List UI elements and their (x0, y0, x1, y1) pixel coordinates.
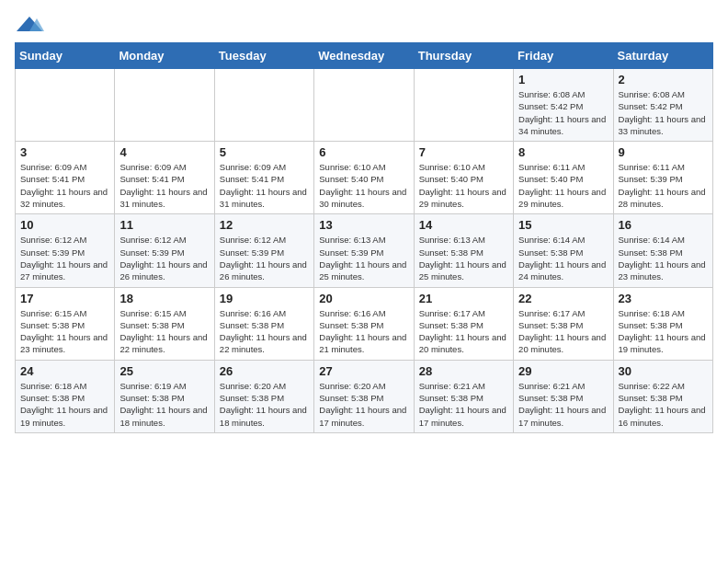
calendar-week-row: 17Sunrise: 6:15 AM Sunset: 5:38 PM Dayli… (16, 287, 713, 360)
day-info: Sunrise: 6:08 AM Sunset: 5:42 PM Dayligh… (518, 88, 608, 137)
day-number: 5 (220, 145, 309, 159)
day-header-monday: Monday (115, 43, 214, 69)
logo (15, 15, 46, 35)
calendar-cell: 12Sunrise: 6:12 AM Sunset: 5:39 PM Dayli… (214, 214, 313, 287)
day-header-saturday: Saturday (613, 43, 712, 69)
day-number: 18 (119, 292, 209, 305)
day-info: Sunrise: 6:12 AM Sunset: 5:39 PM Dayligh… (20, 234, 109, 282)
day-number: 6 (319, 145, 408, 159)
day-info: Sunrise: 6:20 AM Sunset: 5:38 PM Dayligh… (220, 380, 309, 429)
day-info: Sunrise: 6:11 AM Sunset: 5:40 PM Dayligh… (518, 161, 608, 210)
day-info: Sunrise: 6:18 AM Sunset: 5:38 PM Dayligh… (619, 307, 708, 356)
logo-icon (15, 15, 44, 35)
calendar-cell: 30Sunrise: 6:22 AM Sunset: 5:38 PM Dayli… (613, 360, 712, 432)
day-info: Sunrise: 6:20 AM Sunset: 5:38 PM Dayligh… (319, 380, 408, 429)
calendar-cell: 6Sunrise: 6:10 AM Sunset: 5:40 PM Daylig… (314, 142, 414, 214)
day-number: 3 (20, 145, 109, 159)
day-number: 26 (220, 364, 309, 378)
day-number: 28 (419, 364, 508, 378)
calendar-week-row: 24Sunrise: 6:18 AM Sunset: 5:38 PM Dayli… (16, 360, 713, 432)
day-info: Sunrise: 6:19 AM Sunset: 5:38 PM Dayligh… (119, 380, 209, 429)
day-number: 25 (119, 364, 209, 378)
day-number: 14 (419, 218, 508, 232)
calendar-cell: 17Sunrise: 6:15 AM Sunset: 5:38 PM Dayli… (16, 287, 115, 360)
day-header-friday: Friday (514, 43, 613, 69)
day-number: 13 (319, 218, 408, 232)
day-number: 19 (220, 292, 309, 305)
day-number: 7 (419, 145, 508, 159)
day-info: Sunrise: 6:17 AM Sunset: 5:38 PM Dayligh… (419, 307, 508, 356)
day-info: Sunrise: 6:13 AM Sunset: 5:39 PM Dayligh… (319, 234, 408, 282)
day-header-sunday: Sunday (16, 43, 115, 69)
calendar-header-row: SundayMondayTuesdayWednesdayThursdayFrid… (16, 43, 713, 69)
day-info: Sunrise: 6:21 AM Sunset: 5:38 PM Dayligh… (518, 380, 608, 429)
calendar-cell: 20Sunrise: 6:16 AM Sunset: 5:38 PM Dayli… (314, 287, 414, 360)
calendar-week-row: 10Sunrise: 6:12 AM Sunset: 5:39 PM Dayli… (16, 214, 713, 287)
calendar-cell: 4Sunrise: 6:09 AM Sunset: 5:41 PM Daylig… (115, 142, 214, 214)
day-info: Sunrise: 6:09 AM Sunset: 5:41 PM Dayligh… (220, 161, 309, 210)
calendar-cell: 21Sunrise: 6:17 AM Sunset: 5:38 PM Dayli… (414, 287, 513, 360)
day-header-wednesday: Wednesday (314, 43, 414, 69)
day-info: Sunrise: 6:11 AM Sunset: 5:39 PM Dayligh… (619, 161, 708, 210)
calendar-cell: 29Sunrise: 6:21 AM Sunset: 5:38 PM Dayli… (514, 360, 613, 432)
day-info: Sunrise: 6:14 AM Sunset: 5:38 PM Dayligh… (518, 234, 608, 282)
calendar-cell: 13Sunrise: 6:13 AM Sunset: 5:39 PM Dayli… (314, 214, 414, 287)
day-info: Sunrise: 6:12 AM Sunset: 5:39 PM Dayligh… (220, 234, 309, 282)
day-info: Sunrise: 6:10 AM Sunset: 5:40 PM Dayligh… (419, 161, 508, 210)
day-info: Sunrise: 6:13 AM Sunset: 5:38 PM Dayligh… (419, 234, 508, 282)
calendar-cell (414, 69, 513, 142)
calendar-cell: 19Sunrise: 6:16 AM Sunset: 5:38 PM Dayli… (214, 287, 313, 360)
calendar-cell: 23Sunrise: 6:18 AM Sunset: 5:38 PM Dayli… (613, 287, 712, 360)
calendar-cell: 22Sunrise: 6:17 AM Sunset: 5:38 PM Dayli… (514, 287, 613, 360)
day-info: Sunrise: 6:15 AM Sunset: 5:38 PM Dayligh… (119, 307, 209, 356)
day-number: 20 (319, 292, 408, 305)
calendar-cell: 15Sunrise: 6:14 AM Sunset: 5:38 PM Dayli… (514, 214, 613, 287)
calendar-cell: 1Sunrise: 6:08 AM Sunset: 5:42 PM Daylig… (514, 69, 613, 142)
calendar-cell: 25Sunrise: 6:19 AM Sunset: 5:38 PM Dayli… (115, 360, 214, 432)
calendar-cell (16, 69, 115, 142)
day-info: Sunrise: 6:21 AM Sunset: 5:38 PM Dayligh… (419, 380, 508, 429)
day-number: 22 (518, 292, 608, 305)
day-number: 10 (20, 218, 109, 232)
day-header-thursday: Thursday (414, 43, 513, 69)
calendar-cell: 2Sunrise: 6:08 AM Sunset: 5:42 PM Daylig… (613, 69, 712, 142)
calendar-cell: 27Sunrise: 6:20 AM Sunset: 5:38 PM Dayli… (314, 360, 414, 432)
calendar-cell: 7Sunrise: 6:10 AM Sunset: 5:40 PM Daylig… (414, 142, 513, 214)
calendar-cell: 3Sunrise: 6:09 AM Sunset: 5:41 PM Daylig… (16, 142, 115, 214)
day-info: Sunrise: 6:22 AM Sunset: 5:38 PM Dayligh… (619, 380, 708, 429)
calendar-cell: 14Sunrise: 6:13 AM Sunset: 5:38 PM Dayli… (414, 214, 513, 287)
calendar-cell (314, 69, 414, 142)
calendar-cell (214, 69, 313, 142)
calendar-week-row: 3Sunrise: 6:09 AM Sunset: 5:41 PM Daylig… (16, 142, 713, 214)
day-number: 21 (419, 292, 508, 305)
calendar-cell: 18Sunrise: 6:15 AM Sunset: 5:38 PM Dayli… (115, 287, 214, 360)
day-info: Sunrise: 6:16 AM Sunset: 5:38 PM Dayligh… (220, 307, 309, 356)
calendar-table: SundayMondayTuesdayWednesdayThursdayFrid… (15, 42, 713, 433)
calendar-cell: 9Sunrise: 6:11 AM Sunset: 5:39 PM Daylig… (613, 142, 712, 214)
day-info: Sunrise: 6:16 AM Sunset: 5:38 PM Dayligh… (319, 307, 408, 356)
day-info: Sunrise: 6:12 AM Sunset: 5:39 PM Dayligh… (119, 234, 209, 282)
day-number: 12 (220, 218, 309, 232)
day-info: Sunrise: 6:14 AM Sunset: 5:38 PM Dayligh… (619, 234, 708, 282)
calendar-week-row: 1Sunrise: 6:08 AM Sunset: 5:42 PM Daylig… (16, 69, 713, 142)
calendar-cell (115, 69, 214, 142)
day-number: 29 (518, 364, 608, 378)
day-number: 2 (619, 73, 708, 86)
day-info: Sunrise: 6:10 AM Sunset: 5:40 PM Dayligh… (319, 161, 408, 210)
calendar-cell: 10Sunrise: 6:12 AM Sunset: 5:39 PM Dayli… (16, 214, 115, 287)
calendar-cell: 16Sunrise: 6:14 AM Sunset: 5:38 PM Dayli… (613, 214, 712, 287)
calendar-cell: 26Sunrise: 6:20 AM Sunset: 5:38 PM Dayli… (214, 360, 313, 432)
day-number: 30 (619, 364, 708, 378)
day-info: Sunrise: 6:09 AM Sunset: 5:41 PM Dayligh… (20, 161, 109, 210)
day-info: Sunrise: 6:08 AM Sunset: 5:42 PM Dayligh… (619, 88, 708, 137)
day-info: Sunrise: 6:15 AM Sunset: 5:38 PM Dayligh… (20, 307, 109, 356)
day-number: 8 (518, 145, 608, 159)
day-number: 11 (119, 218, 209, 232)
day-number: 9 (619, 145, 708, 159)
day-number: 16 (619, 218, 708, 232)
calendar-cell: 11Sunrise: 6:12 AM Sunset: 5:39 PM Dayli… (115, 214, 214, 287)
day-number: 15 (518, 218, 608, 232)
day-info: Sunrise: 6:17 AM Sunset: 5:38 PM Dayligh… (518, 307, 608, 356)
day-number: 1 (518, 73, 608, 86)
calendar-cell: 24Sunrise: 6:18 AM Sunset: 5:38 PM Dayli… (16, 360, 115, 432)
